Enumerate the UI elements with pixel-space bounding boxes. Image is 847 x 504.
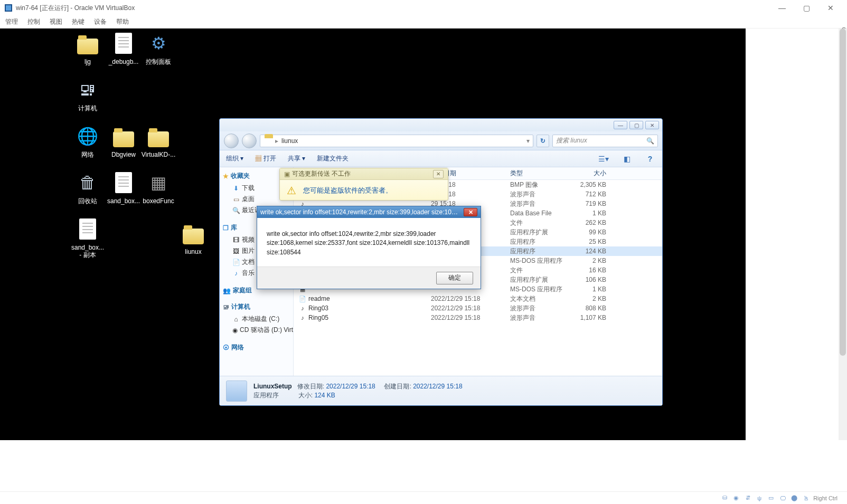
virtualbox-titlebar: win7-64 [正在运行] - Oracle VM VirtualBox — … bbox=[0, 0, 847, 16]
search-input[interactable]: 搜索 liunux 🔍 bbox=[552, 135, 658, 147]
msgbox-ok-button[interactable]: 确定 bbox=[436, 272, 473, 284]
host-minimize-button[interactable]: — bbox=[770, 0, 794, 16]
desktop-icon-boxedfunc[interactable]: ▦boxedFunc bbox=[138, 170, 178, 205]
refresh-button[interactable]: ↻ bbox=[537, 135, 549, 147]
desktop-icon-dbgview[interactable]: Dbgview bbox=[103, 123, 144, 158]
icon-glyph bbox=[75, 31, 100, 56]
view-options-button[interactable]: ☰▾ bbox=[598, 153, 609, 165]
explorer-minimize-button[interactable]: — bbox=[614, 121, 627, 129]
menu-input[interactable]: 热键 bbox=[72, 17, 84, 26]
file-size: 25 KB bbox=[568, 238, 616, 245]
menu-devices[interactable]: 设备 bbox=[94, 17, 107, 26]
desktop-icon-[interactable]: 🖳计算机 bbox=[68, 77, 108, 112]
search-placeholder: 搜索 liunux bbox=[556, 136, 587, 145]
file-type: 波形声音 bbox=[510, 304, 568, 313]
nav-computer-header[interactable]: 🖳计算机 bbox=[223, 302, 290, 311]
col-size[interactable]: 大小 bbox=[568, 169, 616, 178]
svg-rect-1 bbox=[6, 5, 11, 11]
banner-titlebar[interactable]: ▣ 可选更新传送 不工作 ✕ bbox=[280, 168, 448, 180]
desktop-icon-virtualkd[interactable]: VirtualKD-... bbox=[138, 123, 178, 158]
file-date: 2022/12/29 15:18 bbox=[431, 314, 510, 321]
address-box[interactable]: ▸ liunux ▾ bbox=[260, 135, 533, 147]
preview-pane-button[interactable]: ◧ bbox=[621, 153, 633, 165]
toolbar-new-folder[interactable]: 新建文件夹 bbox=[317, 154, 349, 163]
nav-network-header[interactable]: ⦿网络 bbox=[223, 343, 290, 352]
file-size: 262 KB bbox=[568, 219, 616, 226]
status-cd-icon[interactable]: ◉ bbox=[732, 494, 740, 502]
video-icon: 🎞 bbox=[232, 236, 240, 244]
msgbox-close-button[interactable]: ✕ bbox=[464, 208, 477, 216]
status-shared-icon[interactable]: ▭ bbox=[767, 494, 775, 502]
explorer-maximize-button[interactable]: ▢ bbox=[629, 121, 643, 129]
host-close-button[interactable]: ✕ bbox=[818, 0, 843, 16]
guest-desktop[interactable]: ljg_debugb...⚙控制面板🖳计算机🌐网络DbgviewVirtualK… bbox=[0, 28, 746, 440]
file-type: 文件 bbox=[510, 218, 568, 227]
menu-help[interactable]: 帮助 bbox=[116, 17, 129, 26]
explorer-close-button[interactable]: ✕ bbox=[645, 121, 659, 129]
nav-forward-button[interactable] bbox=[242, 134, 257, 148]
icon-glyph: 🗑 bbox=[75, 170, 100, 195]
file-type: MS-DOS 应用程序 bbox=[510, 285, 568, 294]
menu-view[interactable]: 视图 bbox=[50, 17, 62, 26]
file-row[interactable]: ♪Ring052022/12/29 15:18波形声音1,107 KB bbox=[294, 313, 662, 322]
nav-drive-d[interactable]: ◉CD 驱动器 (D:) Virt bbox=[223, 325, 290, 336]
menu-manage[interactable]: 管理 bbox=[5, 17, 18, 26]
file-row[interactable]: 📄readme2022/12/29 15:18文本文档2 KB bbox=[294, 294, 662, 303]
status-mouse-icon[interactable]: 🖯 bbox=[802, 494, 810, 502]
breadcrumb-current[interactable]: liunux bbox=[281, 137, 298, 145]
nav-back-button[interactable] bbox=[224, 134, 239, 148]
host-vertical-scrollbar[interactable] bbox=[839, 28, 847, 440]
icon-glyph bbox=[75, 216, 100, 242]
file-type-icon: 📄 bbox=[299, 296, 306, 302]
desktop-icon-[interactable]: 🗑回收站 bbox=[68, 170, 108, 205]
file-name: readme bbox=[308, 295, 330, 302]
col-type[interactable]: 类型 bbox=[510, 169, 568, 178]
desktop-icon-ljg[interactable]: ljg bbox=[68, 31, 108, 65]
file-row[interactable]: ♪Ring032022/12/29 15:18波形声音808 KB bbox=[294, 303, 662, 313]
help-button[interactable]: ? bbox=[644, 153, 656, 165]
nav-drive-c[interactable]: ⌂本地磁盘 (C:) bbox=[223, 313, 290, 325]
virtualbox-app-icon bbox=[4, 4, 13, 12]
icon-label: liunux bbox=[173, 248, 213, 255]
icon-glyph bbox=[146, 123, 171, 149]
status-rec-icon[interactable]: ⬤ bbox=[790, 494, 798, 502]
icon-label: 计算机 bbox=[68, 104, 108, 112]
msgbox-titlebar[interactable]: write ok,sector info offset:1024,rewrite… bbox=[257, 206, 481, 218]
explorer-titlebar[interactable]: — ▢ ✕ bbox=[220, 119, 662, 131]
hdd-icon: ⌂ bbox=[232, 316, 240, 323]
file-size: 808 KB bbox=[568, 305, 616, 312]
star-icon: ★ bbox=[223, 173, 229, 180]
icon-glyph: ⚙ bbox=[146, 31, 171, 56]
explorer-details-pane: LiunuxSetup 修改日期: 2022/12/29 15:18 创建日期:… bbox=[220, 376, 662, 405]
banner-message: 您可能是盗版软件的受害者。 bbox=[303, 186, 392, 195]
file-type: MS-DOS 应用程序 bbox=[510, 256, 568, 265]
status-net-icon[interactable]: ⇵ bbox=[744, 494, 752, 502]
file-type: 应用程序扩展 bbox=[510, 275, 568, 284]
desktop-icon-_debugb[interactable]: _debugb... bbox=[103, 31, 144, 65]
file-date: 2022/12/29 15:18 bbox=[431, 305, 510, 312]
desktop-icon-sand_box[interactable]: sand_box... - 副本 bbox=[68, 216, 108, 259]
file-size: 106 KB bbox=[568, 276, 616, 283]
desktop-icon-[interactable]: ⚙控制面板 bbox=[138, 31, 178, 65]
banner-close-button[interactable]: ✕ bbox=[433, 170, 444, 178]
address-dropdown-icon[interactable]: ▾ bbox=[526, 137, 530, 145]
desktop-icon-[interactable]: 🌐网络 bbox=[68, 123, 108, 158]
music-icon: ♪ bbox=[232, 270, 240, 277]
toolbar-organize[interactable]: 组织 ▾ bbox=[226, 154, 243, 163]
icon-glyph bbox=[181, 221, 206, 246]
explorer-toolbar: 组织 ▾ ▦ 打开 共享 ▾ 新建文件夹 ☰▾ ◧ ? bbox=[220, 150, 662, 167]
status-hdd-icon[interactable]: ⛁ bbox=[720, 494, 729, 502]
toolbar-share[interactable]: 共享 ▾ bbox=[288, 154, 305, 163]
open-icon: ▦ bbox=[255, 155, 261, 162]
menu-machine[interactable]: 控制 bbox=[27, 17, 40, 26]
status-usb-icon[interactable]: ψ bbox=[755, 494, 764, 502]
picture-icon: 🖼 bbox=[232, 248, 240, 255]
details-file-type: 应用程序 bbox=[253, 392, 279, 399]
desktop-icon-sand_box[interactable]: sand_box... bbox=[103, 170, 144, 205]
status-display-icon[interactable]: 🖵 bbox=[778, 494, 787, 502]
toolbar-open[interactable]: ▦ 打开 bbox=[255, 154, 276, 163]
genuine-notice-banner: ▣ 可选更新传送 不工作 ✕ ⚠ 您可能是盗版软件的受害者。 bbox=[279, 168, 448, 201]
file-type: 波形声音 bbox=[510, 313, 568, 322]
host-maximize-button[interactable]: ▢ bbox=[794, 0, 818, 16]
desktop-icon-liunux[interactable]: liunux bbox=[173, 221, 213, 255]
